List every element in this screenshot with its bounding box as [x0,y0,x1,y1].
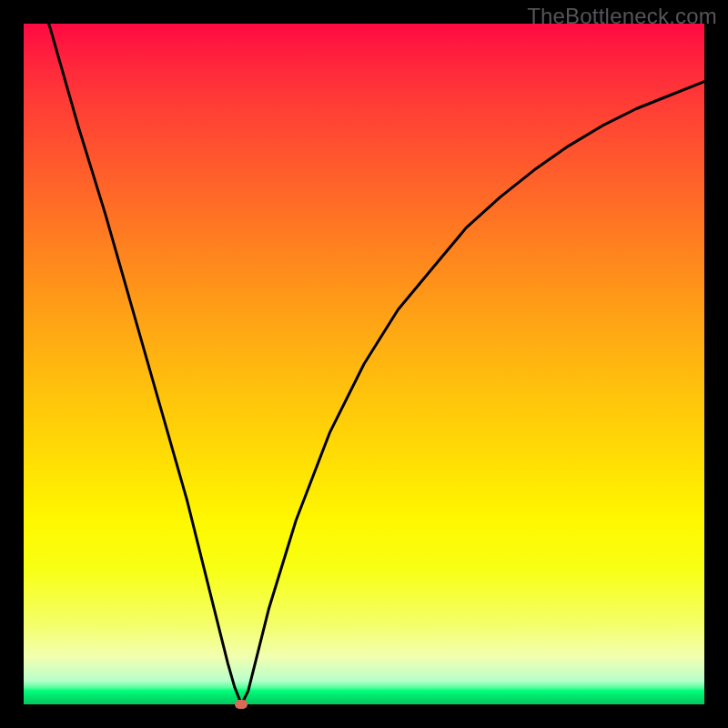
bottleneck-curve [24,24,704,704]
plot-area [24,24,704,704]
watermark-text: TheBottleneck.com [527,4,717,29]
chart-frame: TheBottleneck.com [0,0,728,728]
minimum-marker [235,700,248,709]
